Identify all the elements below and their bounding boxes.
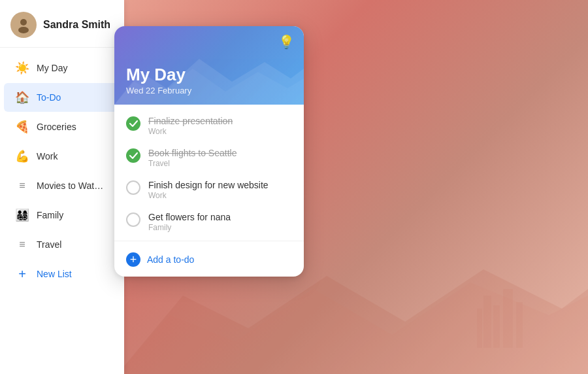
sidebar-item-to-do[interactable]: 🏠 To-Do xyxy=(4,83,120,112)
task-title: Book flights to Seattle xyxy=(148,148,237,158)
sidebar-item-travel[interactable]: ≡ Travel xyxy=(4,230,120,259)
task-item[interactable]: Finalize presentation Work xyxy=(114,110,304,142)
muscle-icon: 💪 xyxy=(14,148,30,164)
new-list-button[interactable]: + New List xyxy=(4,260,120,288)
task-text-group: Get flowers for nana Family xyxy=(148,212,231,232)
sidebar-item-label: Travel xyxy=(37,239,61,250)
sidebar-item-label: To-Do xyxy=(37,92,61,103)
sidebar-item-label: Family xyxy=(37,210,63,220)
user-header[interactable]: Sandra Smith xyxy=(0,0,124,48)
sidebar-item-label: My Day xyxy=(37,63,67,73)
sidebar-item-family[interactable]: 👨‍👩‍👧‍👦 Family xyxy=(4,201,120,230)
task-title: Get flowers for nana xyxy=(148,212,231,222)
task-check-done[interactable] xyxy=(126,148,140,163)
sidebar-item-movies[interactable]: ≡ Movies to Wat… xyxy=(4,171,120,200)
task-category: Work xyxy=(148,127,233,136)
task-check-undone[interactable] xyxy=(126,180,140,195)
avatar xyxy=(10,12,37,38)
task-category: Family xyxy=(148,223,231,232)
task-text-group: Book flights to Seattle Travel xyxy=(148,148,237,168)
card-divider xyxy=(114,241,304,241)
sidebar-item-label: Groceries xyxy=(37,122,76,132)
list-icon: ≡ xyxy=(14,178,30,194)
task-item[interactable]: Get flowers for nana Family xyxy=(114,206,304,238)
card-body: Finalize presentation Work Book flights … xyxy=(114,105,304,277)
card-date: Wed 22 February xyxy=(126,86,292,95)
myday-card: 💡 My Day Wed 22 February Finalize presen… xyxy=(114,26,304,277)
card-title: My Day xyxy=(126,65,292,84)
new-list-label: New List xyxy=(37,269,72,279)
add-todo-button[interactable]: + Add a to-do xyxy=(114,244,304,277)
sidebar-item-work[interactable]: 💪 Work xyxy=(4,142,120,171)
task-title: Finish design for new website xyxy=(148,180,269,190)
task-item[interactable]: Book flights to Seattle Travel xyxy=(114,142,304,174)
svg-point-8 xyxy=(18,27,29,33)
sidebar-item-my-day[interactable]: ☀️ My Day xyxy=(4,54,120,82)
user-name: Sandra Smith xyxy=(43,19,110,31)
sidebar-item-label: Movies to Wat… xyxy=(37,180,103,191)
sidebar: Sandra Smith ☀️ My Day 🏠 To-Do 🍕 Groceri… xyxy=(0,0,124,374)
pizza-icon: 🍕 xyxy=(14,119,30,135)
task-check-done[interactable] xyxy=(126,116,140,131)
svg-point-7 xyxy=(20,19,27,26)
nav-items: ☀️ My Day 🏠 To-Do 🍕 Groceries 💪 Work ≡ M… xyxy=(0,48,124,294)
bulb-icon[interactable]: 💡 xyxy=(278,34,295,50)
task-text-group: Finalize presentation Work xyxy=(148,116,233,136)
family-icon: 👨‍👩‍👧‍👦 xyxy=(14,207,30,223)
sidebar-item-groceries[interactable]: 🍕 Groceries xyxy=(4,112,120,141)
sidebar-item-label: Work xyxy=(37,151,57,162)
task-item[interactable]: Finish design for new website Work xyxy=(114,174,304,206)
travel-list-icon: ≡ xyxy=(14,237,30,252)
sun-icon: ☀️ xyxy=(14,60,30,76)
card-header: 💡 My Day Wed 22 February xyxy=(114,26,304,105)
task-check-undone[interactable] xyxy=(126,212,140,227)
task-category: Work xyxy=(148,191,269,200)
plus-icon: + xyxy=(14,266,30,282)
home-icon: 🏠 xyxy=(14,90,30,105)
add-todo-label: Add a to-do xyxy=(147,254,194,265)
add-icon: + xyxy=(126,252,140,267)
task-category: Travel xyxy=(148,159,237,168)
task-text-group: Finish design for new website Work xyxy=(148,180,269,200)
task-title: Finalize presentation xyxy=(148,116,233,126)
